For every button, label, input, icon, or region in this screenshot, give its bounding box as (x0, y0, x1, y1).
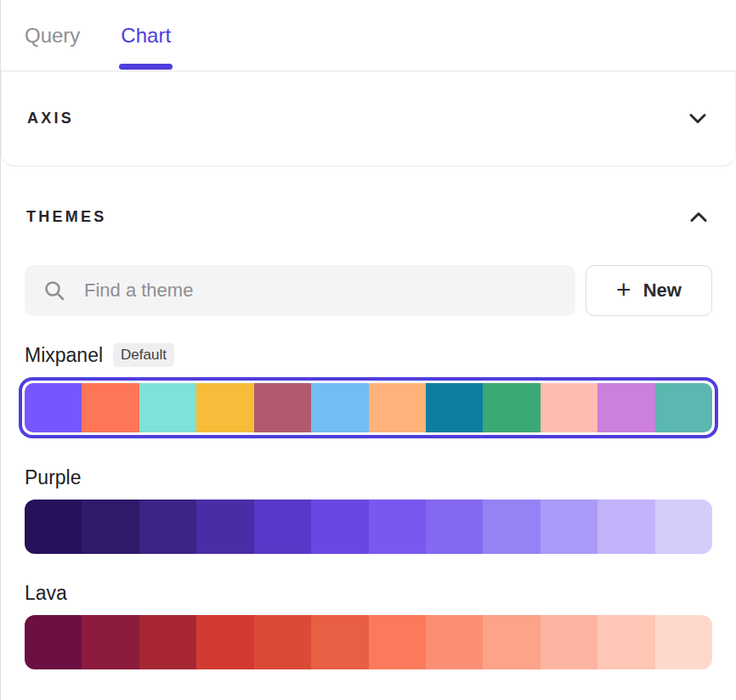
color-swatch (254, 383, 311, 432)
tab-bar: QueryChart (1, 0, 736, 71)
theme-name: Mist (25, 697, 60, 700)
tab-query[interactable]: Query (25, 0, 80, 71)
section-themes: THEMES + New Mixp (1, 180, 736, 700)
color-swatch (483, 500, 540, 554)
axis-section-title: AXIS (27, 110, 74, 127)
theme-name: Purple (25, 466, 81, 489)
color-swatch (369, 500, 426, 554)
theme-palette-purple[interactable] (25, 500, 712, 554)
color-swatch (25, 500, 82, 554)
theme-palette-lava[interactable] (25, 615, 712, 669)
color-swatch (139, 615, 196, 669)
new-theme-button[interactable]: + New (586, 265, 712, 316)
search-icon (43, 279, 65, 302)
color-swatch (139, 500, 196, 554)
default-badge: Default (113, 343, 174, 367)
color-swatch (483, 383, 540, 432)
color-swatch (655, 383, 712, 432)
color-swatch (426, 383, 483, 432)
color-swatch (311, 615, 368, 669)
chevron-down-icon[interactable] (686, 110, 710, 127)
section-axis: AXIS (1, 71, 736, 167)
theme-label-row: MixpanelDefault (25, 340, 712, 370)
theme-label-row: Mist (25, 693, 712, 700)
theme-search-box (25, 265, 575, 316)
color-swatch (541, 383, 597, 432)
selected-theme-ring (19, 377, 718, 438)
theme-search-input[interactable] (82, 279, 557, 302)
themes-section-title: THEMES (26, 208, 106, 226)
theme-search-row: + New (25, 265, 712, 316)
color-swatch (426, 615, 483, 669)
color-swatch (655, 615, 712, 669)
color-swatch (483, 615, 540, 669)
color-swatch (597, 500, 654, 554)
theme-name: Mixpanel (25, 344, 103, 367)
chart-settings-pane: QueryChart AXIS THEMES (0, 0, 736, 700)
color-swatch (597, 383, 654, 432)
color-swatch (196, 615, 253, 669)
color-swatch (139, 383, 196, 432)
color-swatch (311, 500, 368, 554)
theme-palette-mixpanel[interactable] (25, 383, 712, 432)
color-swatch (82, 383, 139, 432)
color-swatch (196, 383, 253, 432)
color-swatch (311, 383, 368, 432)
chevron-up-icon[interactable] (687, 208, 711, 226)
plus-icon: + (616, 277, 631, 302)
color-swatch (369, 615, 426, 669)
theme-name: Lava (25, 582, 67, 605)
color-swatch (426, 500, 483, 554)
color-swatch (82, 500, 139, 554)
color-swatch (369, 383, 426, 432)
color-swatch (254, 500, 311, 554)
theme-label-row: Purple (25, 462, 712, 493)
themes-section-header: THEMES (25, 195, 712, 238)
color-swatch (25, 615, 82, 669)
color-swatch (541, 500, 597, 554)
color-swatch (25, 383, 82, 432)
color-swatch (254, 615, 311, 669)
color-swatch (541, 615, 597, 669)
tab-chart[interactable]: Chart (121, 0, 171, 71)
color-swatch (196, 500, 253, 554)
color-swatch (597, 615, 654, 669)
color-swatch (82, 615, 139, 669)
new-theme-button-label: New (643, 279, 682, 302)
theme-list: MixpanelDefaultPurpleLavaMist (25, 340, 712, 700)
color-swatch (655, 500, 712, 554)
theme-label-row: Lava (25, 578, 712, 608)
